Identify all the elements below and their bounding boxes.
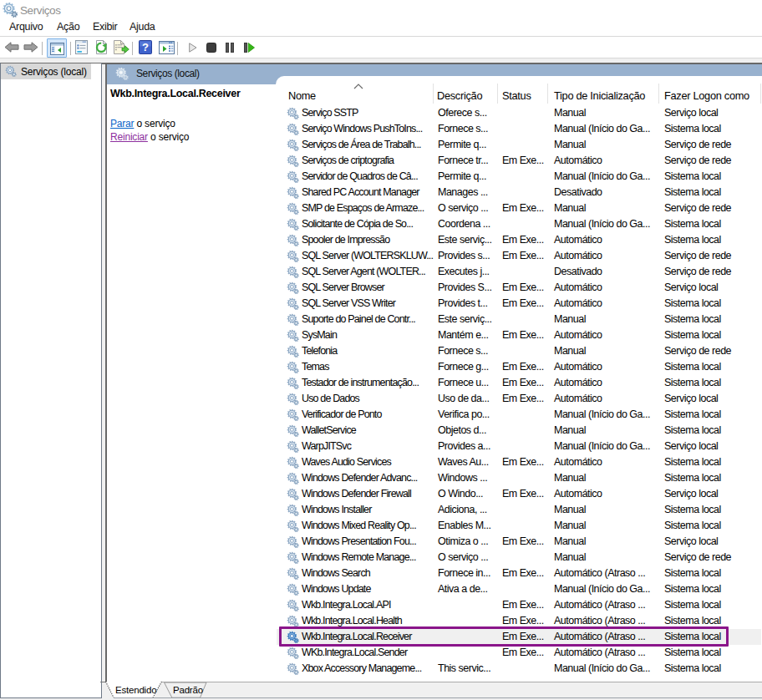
svg-text:?: ? (142, 41, 149, 53)
